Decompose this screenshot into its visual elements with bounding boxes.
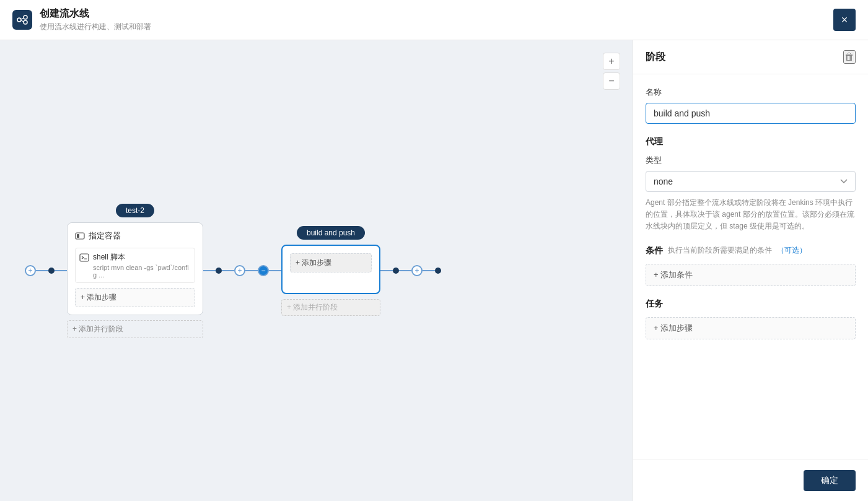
stage2-add-step-button[interactable]: + 添加步骤 bbox=[290, 253, 372, 272]
svg-point-2 bbox=[24, 20, 27, 24]
svg-line-3 bbox=[21, 18, 24, 19]
panel-delete-button[interactable]: 🗑 bbox=[843, 50, 856, 64]
svg-point-0 bbox=[17, 18, 21, 22]
between-stages-connector: + − bbox=[203, 265, 281, 276]
stage2-add-step-label: + 添加步骤 bbox=[296, 258, 331, 268]
shell-icon bbox=[79, 253, 89, 263]
add-task-label: + 添加步骤 bbox=[654, 323, 693, 334]
stage2-card[interactable]: + 添加步骤 bbox=[281, 245, 380, 294]
conditions-hint: 执行当前阶段所需要满足的条件 bbox=[668, 245, 772, 256]
panel-body: 名称 代理 类型 none any label docker bbox=[633, 74, 868, 460]
svg-rect-6 bbox=[77, 234, 79, 238]
start-connector: + bbox=[25, 265, 67, 276]
pipeline-canvas-area: + − + test-2 bbox=[0, 40, 633, 501]
stage1-step-item[interactable]: shell 脚本 script mvn clean -gs `pwd`/conf… bbox=[75, 248, 195, 283]
stage1-add-parallel-button[interactable]: + 添加并行阶段 bbox=[67, 320, 203, 338]
conditions-row: 条件 执行当前阶段所需要满足的条件 （可选） bbox=[646, 245, 856, 256]
zoom-in-button[interactable]: + bbox=[603, 53, 620, 70]
stage-2: build and push + 添加步骤 + 添加并行阶段 bbox=[281, 226, 380, 316]
remove-stage-button[interactable]: − bbox=[258, 265, 269, 276]
name-label: 名称 bbox=[646, 87, 856, 98]
stage1-label[interactable]: test-2 bbox=[116, 204, 154, 217]
name-field-group: 名称 bbox=[646, 87, 856, 124]
agent-hint: Agent 部分指定整个流水线或特定阶段将在 Jenkins 环境中执行的位置，… bbox=[646, 197, 856, 233]
name-input[interactable] bbox=[646, 103, 856, 124]
add-condition-label: + 添加条件 bbox=[654, 269, 693, 281]
stage2-add-parallel-button[interactable]: + 添加并行阶段 bbox=[281, 299, 380, 316]
page-subtitle: 使用流水线进行构建、测试和部署 bbox=[40, 22, 151, 32]
stage2-label[interactable]: build and push bbox=[297, 226, 365, 240]
close-button[interactable]: × bbox=[833, 9, 856, 31]
panel-header: 阶段 🗑 bbox=[633, 40, 868, 74]
stage1-add-parallel-label: + 添加并行阶段 bbox=[72, 324, 123, 334]
container-icon bbox=[75, 231, 85, 241]
type-label: 类型 bbox=[646, 155, 856, 166]
stage-1: test-2 指定容器 bbox=[67, 204, 203, 338]
canvas-controls: + − bbox=[603, 53, 620, 90]
type-select[interactable]: none any label docker bbox=[646, 171, 856, 192]
stage1-add-step-label: + 添加步骤 bbox=[81, 292, 116, 303]
right-panel: 阶段 🗑 名称 代理 类型 none any bbox=[633, 40, 868, 501]
stage1-section-header: 指定容器 bbox=[75, 230, 195, 242]
add-task-button[interactable]: + 添加步骤 bbox=[646, 317, 856, 339]
stage1-add-step-button[interactable]: + 添加步骤 bbox=[75, 288, 195, 307]
end-connector: + bbox=[380, 265, 441, 276]
svg-line-4 bbox=[21, 20, 24, 22]
stage1-container-header: 指定容器 bbox=[89, 230, 121, 242]
zoom-out-button[interactable]: − bbox=[603, 72, 620, 90]
add-before-stage1-button[interactable]: + bbox=[25, 265, 36, 276]
conditions-label: 条件 bbox=[646, 245, 663, 256]
tasks-label: 任务 bbox=[646, 298, 856, 310]
add-condition-button[interactable]: + 添加条件 bbox=[646, 264, 856, 286]
page-title: 创建流水线 bbox=[40, 7, 151, 20]
svg-point-1 bbox=[24, 15, 27, 19]
pipeline-icon bbox=[12, 10, 32, 30]
step1-desc: script mvn clean -gs `pwd`/config ... bbox=[93, 264, 191, 279]
panel-title: 阶段 bbox=[646, 51, 665, 64]
panel-footer: 确定 bbox=[633, 460, 868, 501]
conditions-field-group: 条件 执行当前阶段所需要满足的条件 （可选） + 添加条件 bbox=[646, 245, 856, 286]
stage2-add-parallel-label: + 添加并行阶段 bbox=[287, 302, 338, 313]
stage1-card[interactable]: 指定容器 shell 脚本 script mvn bbox=[67, 222, 203, 315]
conditions-optional: （可选） bbox=[777, 245, 807, 256]
step1-title: shell 脚本 bbox=[93, 252, 191, 263]
add-after-stage2-button[interactable]: + bbox=[411, 265, 423, 276]
tasks-field-group: 任务 + 添加步骤 bbox=[646, 298, 856, 339]
proxy-field-group: 代理 类型 none any label docker Agent 部分指定整个… bbox=[646, 136, 856, 233]
proxy-label: 代理 bbox=[646, 136, 856, 147]
confirm-button[interactable]: 确定 bbox=[804, 470, 856, 491]
add-between-stages-button[interactable]: + bbox=[234, 265, 245, 276]
